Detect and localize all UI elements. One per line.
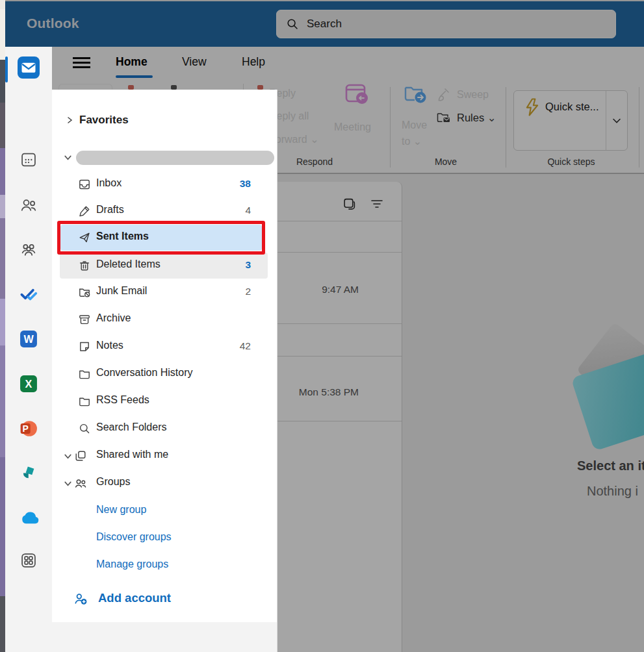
folder-item-drafts[interactable]: Drafts 4 bbox=[52, 198, 277, 224]
excel-icon: X bbox=[19, 375, 38, 393]
search-icon bbox=[78, 422, 91, 435]
folder-label: Shared with me bbox=[96, 449, 168, 460]
groups-icon bbox=[74, 477, 87, 490]
folder-label: Deleted Items bbox=[96, 258, 161, 270]
dim-overlay-top bbox=[5, 0, 644, 47]
folder-item-groups[interactable]: Groups bbox=[52, 470, 277, 496]
rail-item-powerpoint[interactable]: P bbox=[5, 412, 52, 445]
svg-text:P: P bbox=[23, 423, 29, 434]
people-icon bbox=[19, 195, 38, 214]
folder-label: Archive bbox=[96, 312, 131, 324]
folder-item-notes[interactable]: Notes 42 bbox=[52, 334, 277, 360]
rail-item-groups[interactable] bbox=[5, 232, 52, 266]
folder-item-junk-email[interactable]: Junk Email 2 bbox=[52, 279, 277, 305]
folder-label: Notes bbox=[96, 340, 123, 351]
folder-label: Search Folders bbox=[96, 421, 167, 433]
item-count: 42 bbox=[240, 340, 251, 352]
shared-icon bbox=[74, 449, 87, 462]
folder-icon bbox=[78, 368, 91, 381]
new-group-link[interactable]: New group bbox=[52, 498, 277, 524]
junk-icon bbox=[78, 286, 91, 299]
folder-item-conversation-history[interactable]: Conversation History bbox=[52, 361, 277, 387]
account-name-redacted bbox=[76, 151, 274, 165]
chevron-right-icon[interactable] bbox=[65, 116, 74, 125]
svg-text:W: W bbox=[23, 333, 34, 345]
onedrive-icon bbox=[18, 508, 39, 529]
folder-item-shared-with-me[interactable]: Shared with me bbox=[52, 443, 277, 469]
rail-item-more-apps[interactable] bbox=[5, 544, 52, 577]
svg-text:X: X bbox=[25, 378, 32, 390]
folder-item-deleted-items[interactable]: Deleted Items 3 bbox=[52, 253, 277, 279]
rail-item-mail[interactable] bbox=[5, 51, 52, 84]
rail-item-onedrive[interactable] bbox=[5, 502, 52, 536]
add-account-button[interactable]: Add account bbox=[52, 586, 277, 612]
rail-item-todo[interactable] bbox=[5, 277, 52, 311]
manage-groups-link[interactable]: Manage groups bbox=[52, 553, 277, 579]
link-label: New group bbox=[96, 504, 146, 516]
outlook-app: { "colors": { "titlebar_blue": "#1c4973"… bbox=[0, 0, 644, 652]
item-count: 3 bbox=[245, 259, 251, 271]
chevron-down-icon[interactable] bbox=[63, 451, 73, 461]
link-label: Manage groups bbox=[96, 558, 168, 570]
mail-icon bbox=[18, 56, 40, 79]
rail-item-excel[interactable]: X bbox=[5, 367, 52, 401]
calendar-icon bbox=[19, 151, 38, 169]
inbox-icon bbox=[78, 178, 91, 191]
folder-pane-footer bbox=[52, 622, 277, 652]
favorites-label: Favorites bbox=[79, 114, 129, 127]
sent-items-highlight-box bbox=[57, 221, 265, 255]
discover-groups-link[interactable]: Discover groups bbox=[52, 525, 277, 551]
person-add-icon bbox=[73, 592, 88, 606]
powerpoint-icon: P bbox=[19, 420, 38, 438]
rail-item-people[interactable] bbox=[5, 188, 52, 221]
folder-label: Drafts bbox=[96, 204, 124, 216]
folder-icon bbox=[78, 395, 91, 408]
add-account-label: Add account bbox=[98, 591, 171, 605]
rail-item-word[interactable]: W bbox=[5, 322, 52, 356]
trash-icon bbox=[78, 259, 91, 272]
drafts-icon bbox=[78, 205, 91, 218]
chevron-down-icon[interactable] bbox=[63, 479, 73, 488]
folder-label: Groups bbox=[96, 476, 130, 488]
rail-item-bing[interactable] bbox=[5, 457, 52, 490]
todo-icon bbox=[19, 284, 38, 304]
folder-label: RSS Feeds bbox=[96, 394, 149, 406]
folder-label: Junk Email bbox=[96, 285, 147, 297]
folder-label: Conversation History bbox=[96, 367, 193, 379]
bing-icon bbox=[19, 464, 38, 483]
notes-icon bbox=[78, 340, 91, 353]
item-count: 2 bbox=[245, 286, 251, 297]
archive-icon bbox=[78, 313, 91, 326]
groups-icon bbox=[19, 240, 38, 258]
app-rail: W X P bbox=[5, 47, 52, 652]
unread-count: 38 bbox=[240, 178, 251, 190]
folder-item-inbox[interactable]: Inbox 38 bbox=[52, 171, 277, 197]
item-count: 4 bbox=[245, 205, 251, 216]
favorites-header[interactable]: Favorites bbox=[52, 108, 277, 134]
folder-item-rss-feeds[interactable]: RSS Feeds bbox=[52, 388, 277, 414]
rail-item-calendar[interactable] bbox=[5, 143, 52, 177]
link-label: Discover groups bbox=[96, 531, 172, 543]
chevron-down-icon[interactable] bbox=[63, 153, 73, 162]
folder-item-search-folders[interactable]: Search Folders bbox=[52, 416, 277, 442]
folder-item-archive[interactable]: Archive bbox=[52, 307, 277, 332]
word-icon: W bbox=[19, 330, 38, 348]
background-window-edge bbox=[0, 0, 5, 652]
more-apps-icon bbox=[19, 551, 38, 570]
folder-label: Inbox bbox=[96, 177, 122, 189]
folder-pane: Favorites Inbox 38 Drafts 4 bbox=[52, 90, 277, 652]
